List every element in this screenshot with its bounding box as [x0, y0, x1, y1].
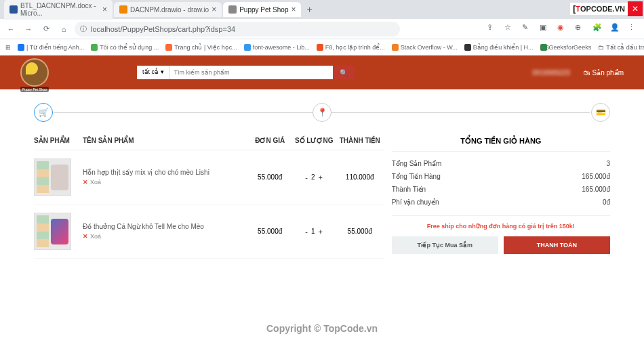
delete-item-link[interactable]: ✕Xoá	[83, 233, 248, 240]
info-icon: ⓘ	[80, 24, 87, 34]
product-price: 55.000đ	[248, 228, 292, 235]
bookmarks-bar: ⊞ | Từ điển tiếng Anh... Tôi có thể sử d…	[0, 39, 644, 56]
browser-tab-strip: BTL_DACNCNPM.docx - Micro... × DACNPM.dr…	[0, 0, 644, 19]
word-icon	[9, 5, 18, 14]
apps-icon[interactable]: ⊞	[5, 44, 11, 51]
back-button[interactable]: ←	[4, 22, 18, 36]
free-ship-notice: Free ship cho những đơn hàng có giá trị …	[392, 215, 610, 230]
browser-tab[interactable]: DACNPM.drawio - draw.io ×	[114, 2, 222, 17]
product-image[interactable]	[34, 213, 71, 250]
extension-icon[interactable]: ▣	[540, 23, 552, 35]
qty-increase[interactable]: +	[319, 228, 323, 236]
search-category[interactable]: tất cả ▾	[137, 66, 170, 79]
logo-label: Puppy Pet Shop	[20, 87, 49, 92]
tab-title: BTL_DACNCNPM.docx - Micro...	[20, 2, 100, 17]
checkout-button[interactable]: THANH TOÁN	[504, 236, 610, 254]
close-icon[interactable]: ×	[291, 5, 296, 14]
col-header-name: TÊN SẢN PHẨM	[83, 137, 248, 144]
col-header-total: THÀNH TIỀN	[336, 137, 384, 144]
extensions-icon[interactable]: 🧩	[592, 23, 605, 35]
summary-row: Phí vận chuyển0đ	[392, 196, 610, 209]
browser-tab[interactable]: BTL_DACNCNPM.docx - Micro... ×	[4, 0, 113, 20]
new-tab-button[interactable]: +	[302, 3, 316, 16]
continue-shopping-button[interactable]: Tiếp Tục Mua Sắm	[392, 236, 498, 254]
bookmark-item[interactable]: Trang chủ | Việc học...	[165, 44, 237, 51]
browser-tab-active[interactable]: Puppy Pet Shop ×	[223, 2, 301, 17]
search-input[interactable]	[170, 66, 333, 79]
cart-table: SẢN PHẨM TÊN SẢN PHẨM ĐƠN GIÁ SỐ LƯỢNG T…	[34, 131, 384, 259]
bookmark-item[interactable]: | Từ điển tiếng Anh...	[18, 44, 84, 51]
reload-button[interactable]: ⟳	[39, 22, 53, 36]
tab-title: DACNPM.drawio - draw.io	[130, 6, 209, 14]
bookmark-item[interactable]: font-awesome - Lib...	[244, 44, 310, 51]
qty-increase[interactable]: +	[319, 173, 323, 181]
forward-button[interactable]: →	[22, 22, 35, 36]
step-payment-icon[interactable]: 💳	[591, 103, 610, 122]
extension-icon[interactable]: ⊕	[575, 23, 587, 35]
home-button[interactable]: ⌂	[57, 22, 71, 36]
summary-row: Tổng Tiền Hàng165.000đ	[392, 170, 610, 183]
bookmark-all[interactable]: 🗀Tất cả dấu trang	[598, 44, 644, 51]
close-icon[interactable]: ×	[212, 5, 216, 14]
search-wrap: tất cả ▾ 🔍	[137, 66, 355, 79]
product-image[interactable]	[34, 158, 71, 196]
close-icon[interactable]: ×	[102, 5, 107, 14]
product-total: 110.000đ	[336, 173, 384, 181]
product-price: 55.000đ	[248, 173, 292, 181]
site-header: Puppy Pet Shop tất cả ▾ 🔍 0918985020 🛍 S…	[0, 56, 644, 89]
cart-summary: TỔNG TIỀN GIỎ HÀNG Tổng Sản Phẩm3 Tổng T…	[392, 131, 610, 259]
col-header-product: SẢN PHẨM	[34, 137, 83, 144]
step-address-icon[interactable]: 📍	[313, 103, 331, 122]
shop-logo[interactable]	[20, 58, 49, 87]
drawio-icon	[119, 5, 127, 14]
share-icon[interactable]: ⇪	[487, 23, 499, 35]
copyright-text: Copyright © TopCode.vn	[266, 323, 378, 334]
qty-decrease[interactable]: -	[305, 173, 308, 181]
close-icon[interactable]: ✕	[628, 1, 643, 16]
qty-decrease[interactable]: -	[305, 228, 308, 236]
summary-row: Tổng Sản Phẩm3	[392, 157, 610, 170]
url-text: localhost/PuppyPetShops/cart.php?idsp=34	[91, 25, 235, 33]
product-total: 55.000đ	[336, 228, 384, 235]
menu-icon[interactable]: ⋮	[628, 23, 640, 35]
bookmark-item[interactable]: GGGeeksforGeeks	[540, 44, 592, 51]
qty-value: 2	[311, 173, 315, 181]
watermark-brand: [TOPCODE.VN ✕	[570, 1, 643, 16]
address-bar[interactable]: ⓘ localhost/PuppyPetShops/cart.php?idsp=…	[75, 22, 400, 37]
bookmark-item[interactable]: Stack Overflow - W...	[392, 44, 458, 51]
phone-number: 0918985020	[532, 69, 570, 77]
bookmark-item[interactable]: F8, học lập trình để...	[317, 44, 385, 51]
col-header-price: ĐƠN GIÁ	[248, 137, 292, 144]
col-header-qty: SỐ LƯỢNG	[292, 137, 336, 144]
summary-title: TỔNG TIỀN GIỎ HÀNG	[392, 131, 610, 152]
tab-title: Puppy Pet Shop	[239, 6, 288, 14]
checkout-steps: 🛒 📍 💳	[34, 103, 610, 123]
search-button[interactable]: 🔍	[333, 66, 355, 79]
delete-item-link[interactable]: ✕Xoá	[83, 179, 248, 186]
bookmark-item[interactable]: Bảng điều khiển | H...	[464, 44, 534, 51]
step-cart-icon[interactable]: 🛒	[34, 103, 53, 122]
star-icon[interactable]: ☆	[504, 23, 517, 35]
qty-value: 1	[311, 228, 315, 235]
browser-toolbar: ← → ⟳ ⌂ ⓘ localhost/PuppyPetShops/cart.p…	[0, 19, 644, 39]
extension-icon[interactable]: ✎	[522, 23, 534, 35]
product-name: Đồ thưởng Cá Ngừ khô Tell Me cho Mèo	[83, 223, 248, 230]
cart-row: Đồ thưởng Cá Ngừ khô Tell Me cho Mèo ✕Xo…	[34, 205, 384, 259]
summary-row: Thành Tiền165.000đ	[392, 183, 610, 196]
cart-row: Hỗn hợp thịt sấy mix vị cho chó mèo Lish…	[34, 150, 384, 205]
site-icon	[228, 5, 237, 14]
extension-icon[interactable]: ◉	[557, 23, 569, 35]
bookmark-item[interactable]: Tôi có thể sử dụng ...	[91, 44, 159, 51]
product-name: Hỗn hợp thịt sấy mix vị cho chó mèo Lish…	[83, 169, 248, 176]
nav-products[interactable]: 🛍 Sản phẩm	[584, 69, 624, 77]
profile-icon[interactable]: 👤	[610, 23, 622, 35]
